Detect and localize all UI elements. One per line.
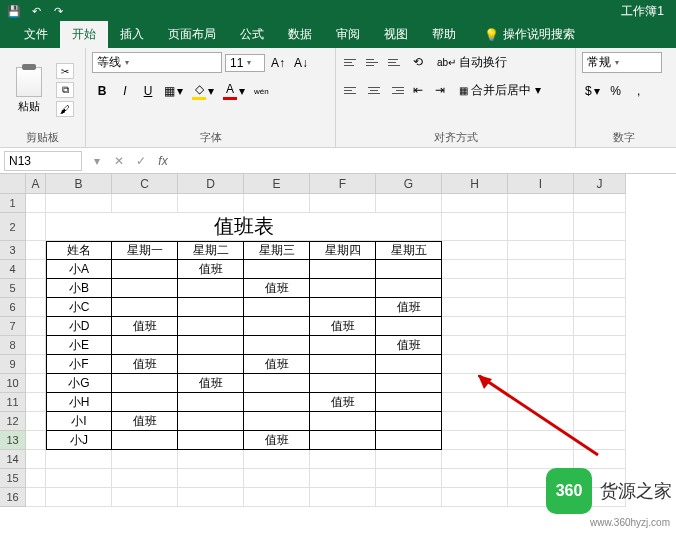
row-header-3[interactable]: 3 [0, 241, 26, 260]
cell-G12[interactable] [376, 412, 442, 431]
cell-B1[interactable] [46, 194, 112, 213]
cell-J4[interactable] [574, 260, 626, 279]
cell-H16[interactable] [442, 488, 508, 507]
cell-E10[interactable] [244, 374, 310, 393]
cell-G3[interactable]: 星期五 [376, 241, 442, 260]
cell-G13[interactable] [376, 431, 442, 450]
bold-button[interactable]: B [92, 81, 112, 101]
cell-A14[interactable] [26, 450, 46, 469]
cell-I7[interactable] [508, 317, 574, 336]
cell-J6[interactable] [574, 298, 626, 317]
cell-D3[interactable]: 星期二 [178, 241, 244, 260]
row-header-9[interactable]: 9 [0, 355, 26, 374]
column-header-I[interactable]: I [508, 174, 574, 194]
tab-插入[interactable]: 插入 [108, 21, 156, 48]
cell-J14[interactable] [574, 450, 626, 469]
increase-indent-icon[interactable]: ⇥ [430, 80, 450, 100]
cell-H13[interactable] [442, 431, 508, 450]
column-header-C[interactable]: C [112, 174, 178, 194]
cell-F6[interactable] [310, 298, 376, 317]
cell-I11[interactable] [508, 393, 574, 412]
merge-center-button[interactable]: ▦ 合并后居中▾ [452, 80, 548, 100]
cell-I10[interactable] [508, 374, 574, 393]
cell-F12[interactable] [310, 412, 376, 431]
cell-B6[interactable]: 小C [46, 298, 112, 317]
column-header-D[interactable]: D [178, 174, 244, 194]
cell-B8[interactable]: 小E [46, 336, 112, 355]
row-header-14[interactable]: 14 [0, 450, 26, 469]
cell-D16[interactable] [178, 488, 244, 507]
row-header-8[interactable]: 8 [0, 336, 26, 355]
cell-J8[interactable] [574, 336, 626, 355]
cell-G6[interactable]: 值班 [376, 298, 442, 317]
tell-me-search[interactable]: 💡操作说明搜索 [476, 21, 583, 48]
cell-G14[interactable] [376, 450, 442, 469]
cell-A12[interactable] [26, 412, 46, 431]
border-button[interactable]: ▦▾ [161, 81, 186, 101]
cell-J3[interactable] [574, 241, 626, 260]
cell-D5[interactable] [178, 279, 244, 298]
column-header-A[interactable]: A [26, 174, 46, 194]
cell-F8[interactable] [310, 336, 376, 355]
cell-B10[interactable]: 小G [46, 374, 112, 393]
cell-F4[interactable] [310, 260, 376, 279]
row-header-11[interactable]: 11 [0, 393, 26, 412]
cell-C16[interactable] [112, 488, 178, 507]
cell-H12[interactable] [442, 412, 508, 431]
cell-J9[interactable] [574, 355, 626, 374]
tab-文件[interactable]: 文件 [12, 21, 60, 48]
cell-J5[interactable] [574, 279, 626, 298]
row-header-7[interactable]: 7 [0, 317, 26, 336]
cell-G9[interactable] [376, 355, 442, 374]
cell-B5[interactable]: 小B [46, 279, 112, 298]
cell-I5[interactable] [508, 279, 574, 298]
accounting-format-icon[interactable]: $▾ [582, 81, 603, 101]
column-header-B[interactable]: B [46, 174, 112, 194]
cell-A4[interactable] [26, 260, 46, 279]
cell-B11[interactable]: 小H [46, 393, 112, 412]
cell-A5[interactable] [26, 279, 46, 298]
name-box[interactable] [4, 151, 82, 171]
cell-C14[interactable] [112, 450, 178, 469]
column-header-E[interactable]: E [244, 174, 310, 194]
column-header-H[interactable]: H [442, 174, 508, 194]
cell-G8[interactable]: 值班 [376, 336, 442, 355]
cell-I13[interactable] [508, 431, 574, 450]
cell-B9[interactable]: 小F [46, 355, 112, 374]
column-header-G[interactable]: G [376, 174, 442, 194]
cell-E5[interactable]: 值班 [244, 279, 310, 298]
cell-D6[interactable] [178, 298, 244, 317]
cell-F7[interactable]: 值班 [310, 317, 376, 336]
cell-F3[interactable]: 星期四 [310, 241, 376, 260]
cell-I3[interactable] [508, 241, 574, 260]
row-header-6[interactable]: 6 [0, 298, 26, 317]
cell-J11[interactable] [574, 393, 626, 412]
cells-area[interactable]: 值班表姓名星期一星期二星期三星期四星期五小A值班小B值班小C值班小D值班值班小E… [26, 194, 626, 507]
cell-I4[interactable] [508, 260, 574, 279]
cell-B12[interactable]: 小I [46, 412, 112, 431]
cell-C11[interactable] [112, 393, 178, 412]
cell-H11[interactable] [442, 393, 508, 412]
cell-G11[interactable] [376, 393, 442, 412]
formula-input[interactable] [174, 151, 676, 171]
cell-H14[interactable] [442, 450, 508, 469]
cell-F15[interactable] [310, 469, 376, 488]
cell-H4[interactable] [442, 260, 508, 279]
cell-E16[interactable] [244, 488, 310, 507]
align-right-icon[interactable] [386, 81, 406, 99]
cell-G10[interactable] [376, 374, 442, 393]
redo-icon[interactable]: ↷ [48, 2, 68, 20]
align-bottom-icon[interactable] [386, 53, 406, 71]
cell-B14[interactable] [46, 450, 112, 469]
comma-format-icon[interactable]: , [629, 81, 649, 101]
cell-B7[interactable]: 小D [46, 317, 112, 336]
row-header-15[interactable]: 15 [0, 469, 26, 488]
cell-H10[interactable] [442, 374, 508, 393]
tab-数据[interactable]: 数据 [276, 21, 324, 48]
cell-J10[interactable] [574, 374, 626, 393]
cell-H15[interactable] [442, 469, 508, 488]
cell-D8[interactable] [178, 336, 244, 355]
save-icon[interactable]: 💾 [4, 2, 24, 20]
underline-button[interactable]: U [138, 81, 158, 101]
cell-B2[interactable]: 值班表 [46, 213, 442, 241]
